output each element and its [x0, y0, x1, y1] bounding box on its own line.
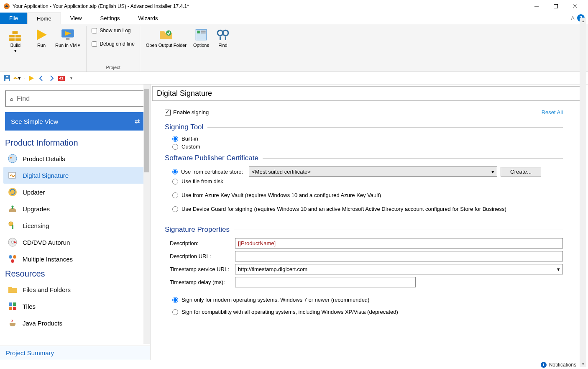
build-quick-icon[interactable]: ▾ [13, 74, 21, 82]
project-summary-button[interactable]: Project Summary [0, 346, 150, 360]
custom-radio[interactable]: Custom [172, 144, 563, 150]
cert-store-select[interactable]: <Most suited certificate>▾ [249, 167, 497, 177]
tab-wizards[interactable]: Wizards [129, 13, 167, 24]
tab-home[interactable]: Home [27, 13, 61, 24]
run-vm-icon [61, 28, 75, 42]
build-icon [8, 28, 23, 42]
customize-quick-icon[interactable]: ▾ [68, 74, 75, 82]
svg-rect-28 [16, 78, 18, 79]
close-button[interactable] [565, 0, 585, 13]
notifications-button[interactable]: Notifications [549, 362, 576, 368]
svg-marker-30 [29, 76, 34, 81]
search-input[interactable] [17, 95, 141, 102]
app-icon [3, 3, 10, 10]
sidebar-item-java[interactable]: Java Products [3, 315, 148, 331]
find-button[interactable]: Find [213, 26, 233, 69]
svg-rect-5 [9, 35, 15, 37]
description-field[interactable] [235, 238, 563, 249]
reset-all-link[interactable]: Reset All [542, 109, 563, 115]
section-product-info: Product Information [3, 136, 148, 150]
separator: · [23, 75, 25, 81]
save-icon[interactable] [3, 74, 11, 82]
collapse-ribbon-icon[interactable]: ᐱ [571, 15, 575, 21]
timestamp-delay-field[interactable] [235, 277, 416, 287]
timestamp-url-label: Timestamp service URL: [170, 266, 232, 272]
search-input-container[interactable]: ⌕ [5, 90, 146, 107]
svg-point-40 [9, 255, 12, 259]
sign-compat-radio[interactable]: Sign for compatibility with all operatin… [172, 309, 563, 315]
create-button[interactable]: Create... [501, 167, 541, 177]
find-icon [216, 28, 230, 42]
svg-rect-8 [9, 38, 15, 41]
minimize-button[interactable] [527, 0, 546, 13]
page-title: Digital Signature [152, 86, 586, 101]
run-in-vm-button[interactable]: Run in VM ▾ [53, 26, 83, 69]
product-details-icon [8, 154, 18, 164]
sidebar-item-product-details[interactable]: Product Details [3, 150, 148, 167]
signing-tool-header: Signing Tool [165, 123, 563, 131]
svg-rect-13 [66, 38, 70, 40]
upgrades-icon [8, 204, 18, 214]
tiles-icon [8, 301, 18, 311]
svg-point-38 [11, 241, 14, 243]
sidebar-item-tiles[interactable]: Tiles [3, 298, 148, 315]
tab-settings[interactable]: Settings [91, 13, 129, 24]
show-run-log-check[interactable]: Show run Log [92, 28, 134, 33]
search-icon: ⌕ [10, 96, 13, 102]
description-url-field[interactable] [235, 251, 563, 261]
sidebar-item-licensing[interactable]: Licensing [3, 217, 148, 234]
java-icon [8, 318, 18, 328]
debug-cmd-check[interactable]: Debug cmd line [92, 41, 134, 47]
description-url-label: Description URL: [170, 253, 232, 259]
use-file-radio[interactable]: Use file from disk [172, 178, 563, 184]
cd-icon [8, 237, 18, 247]
builtin-radio[interactable]: Built-in [172, 136, 563, 142]
content: Digital Signature Enable signing Reset A… [151, 85, 588, 360]
use-store-radio[interactable] [172, 169, 178, 174]
description-label: Description: [170, 240, 232, 246]
svg-rect-25 [5, 79, 9, 81]
run-button[interactable]: Run [32, 26, 51, 69]
chevron-down-icon: ▾ [557, 266, 560, 272]
chevron-down-icon: ▾ [491, 169, 494, 175]
sidebar-item-updater[interactable]: Updater [3, 184, 148, 200]
svg-rect-16 [197, 31, 199, 33]
svg-rect-29 [15, 77, 16, 78]
timestamp-url-combo[interactable]: http://timestamp.digicert.com▾ [235, 264, 563, 274]
sidebar-item-multi-instances[interactable]: Multiple Instances [3, 251, 148, 267]
badge-icon[interactable]: 41 [58, 74, 65, 82]
svg-rect-45 [9, 307, 12, 310]
folder-icon [8, 284, 18, 295]
back-icon[interactable] [38, 74, 45, 82]
svg-rect-44 [13, 302, 16, 306]
svg-rect-6 [15, 35, 21, 37]
main: ⌕ See Simple View ⇄ Product Information … [0, 85, 588, 360]
sidebar-item-digital-signature[interactable]: Digital Signature [3, 167, 148, 184]
open-output-button[interactable]: Open Output Folder [143, 26, 189, 69]
enable-signing-check[interactable]: Enable signing [165, 109, 209, 115]
sign-modern-radio[interactable]: Sign only for modern operating systems, … [172, 297, 563, 303]
licensing-icon [8, 220, 18, 231]
run-quick-icon[interactable] [28, 74, 35, 82]
options-icon [194, 28, 208, 42]
svg-rect-9 [15, 38, 21, 41]
svg-rect-17 [201, 31, 206, 31]
tab-file[interactable]: File [0, 13, 27, 24]
svg-rect-46 [13, 307, 16, 310]
use-azure-radio[interactable]: Use from Azure Key Vault (requires Windo… [172, 192, 563, 198]
sidebar-scrollbar[interactable] [143, 85, 150, 344]
tab-view[interactable]: View [61, 13, 91, 24]
content-scrollbar[interactable]: ▴ ▾ [580, 18, 586, 367]
forward-icon[interactable] [48, 74, 55, 82]
use-device-guard-radio[interactable]: Use Device Guard for signing (requires W… [172, 206, 563, 212]
simple-view-button[interactable]: See Simple View ⇄ [5, 112, 146, 131]
options-button[interactable]: Options [191, 26, 212, 69]
status-bar: i Notifications [0, 360, 588, 369]
sidebar-item-upgrades[interactable]: Upgrades [3, 200, 148, 217]
sidebar-item-cdvd[interactable]: CD/DVD Autorun [3, 234, 148, 251]
sidebar: ⌕ See Simple View ⇄ Product Information … [0, 85, 151, 360]
svg-rect-18 [201, 33, 206, 33]
build-button[interactable]: Build▾ [6, 26, 25, 69]
sidebar-item-files-folders[interactable]: Files and Folders [3, 281, 148, 298]
maximize-button[interactable] [546, 0, 565, 13]
